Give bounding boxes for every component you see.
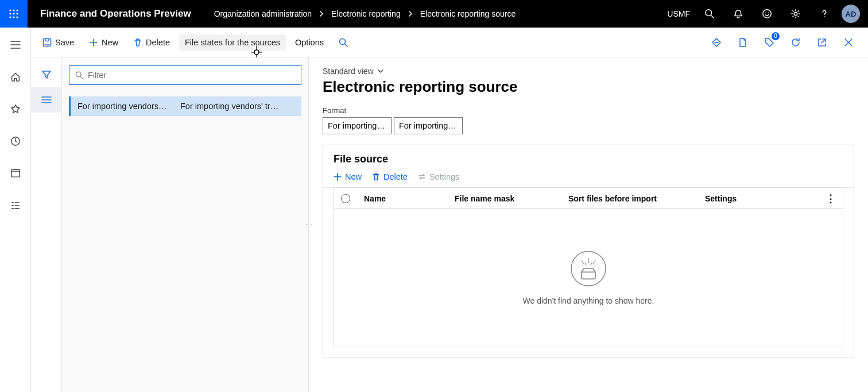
svg-point-16: [340, 38, 346, 44]
actionbar-right: 0: [708, 34, 862, 51]
favorites-button[interactable]: [4, 100, 27, 118]
card-delete-button[interactable]: Delete: [372, 172, 408, 181]
record-list: For importing vendors… For importing ven…: [69, 96, 301, 116]
card-title: File source: [323, 145, 854, 170]
file-source-grid: Name File name mask Sort files before im…: [334, 188, 843, 347]
col-settings[interactable]: Settings: [705, 194, 814, 203]
format-lookup-value[interactable]: For importing…: [323, 117, 392, 134]
app-launcher-button[interactable]: [0, 0, 28, 28]
smiley-icon: [762, 9, 772, 19]
plus-icon: [89, 38, 98, 47]
home-button[interactable]: [4, 68, 27, 86]
close-icon: [844, 38, 853, 47]
breadcrumb-item[interactable]: Electronic reporting: [331, 9, 401, 18]
search-icon: [339, 38, 348, 47]
page-title: Electronic reporting source: [323, 78, 854, 96]
file-states-button[interactable]: File states for the sources: [179, 34, 286, 51]
card-delete-label: Delete: [383, 172, 408, 181]
grid-empty-state: We didn't find anything to show here.: [334, 209, 843, 347]
breadcrumb-item[interactable]: Organization administration: [214, 9, 312, 18]
format-field-label: Format: [323, 106, 854, 115]
trash-icon: [133, 38, 142, 47]
help-button[interactable]: [813, 0, 836, 28]
modules-icon: [10, 200, 21, 211]
main-column: Save New Delete File states for the sour…: [31, 28, 868, 392]
document-icon: [738, 37, 747, 48]
delete-button[interactable]: Delete: [127, 34, 176, 51]
action-search-button[interactable]: [333, 34, 354, 51]
new-button[interactable]: New: [83, 34, 124, 51]
settings-button[interactable]: [784, 0, 807, 28]
search-icon: [75, 71, 83, 79]
svg-point-0: [9, 9, 11, 11]
col-sort[interactable]: Sort files before import: [568, 194, 695, 203]
plus-icon: [334, 173, 342, 181]
action-bar: Save New Delete File states for the sour…: [31, 28, 868, 57]
svg-rect-13: [11, 170, 19, 177]
delete-label: Delete: [146, 38, 170, 47]
popout-icon: [817, 38, 827, 47]
modules-button[interactable]: [4, 196, 27, 215]
notifications-button[interactable]: [727, 0, 750, 28]
empty-message: We didn't find anything to show here.: [523, 296, 654, 305]
col-name[interactable]: Name: [364, 194, 444, 203]
card-new-button[interactable]: New: [334, 172, 362, 181]
feedback-button[interactable]: [755, 0, 778, 28]
svg-point-9: [706, 10, 712, 16]
list-item[interactable]: For importing vendors… For importing ven…: [69, 96, 301, 116]
legal-entity[interactable]: USMF: [667, 9, 690, 18]
splitter-handle[interactable]: ⋮⋮: [307, 215, 311, 235]
options-button[interactable]: Options: [289, 34, 330, 51]
list-item-col1: For importing vendors…: [78, 102, 172, 111]
breadcrumb-item[interactable]: Electronic reporting source: [420, 9, 516, 18]
shell: Save New Delete File states for the sour…: [0, 28, 868, 392]
filter-input[interactable]: [88, 71, 295, 80]
svg-point-1: [13, 9, 14, 11]
grid-header-row: Name File name mask Sort files before im…: [334, 188, 843, 209]
star-icon: [10, 104, 21, 114]
file-source-card: File source New Delete Settings: [323, 145, 854, 358]
user-avatar[interactable]: AD: [842, 5, 860, 23]
help-icon: [819, 9, 830, 19]
svg-point-6: [9, 16, 11, 18]
save-button[interactable]: Save: [37, 34, 80, 51]
view-selector[interactable]: Standard view: [323, 67, 854, 76]
svg-point-5: [16, 13, 18, 14]
col-file-name-mask[interactable]: File name mask: [455, 194, 558, 203]
recent-button[interactable]: [4, 132, 27, 150]
format-lookup-value-secondary[interactable]: For importing…: [394, 117, 463, 134]
menu-icon: [10, 41, 21, 49]
svg-point-8: [16, 16, 18, 18]
options-label: Options: [295, 38, 324, 47]
filter-pane-button[interactable]: [31, 62, 61, 87]
svg-point-10: [763, 10, 771, 18]
svg-point-3: [9, 13, 11, 14]
chevron-right-icon: [408, 11, 413, 17]
diamond-button[interactable]: [708, 34, 724, 51]
body: For importing vendors… For importing ven…: [31, 57, 868, 392]
list-icon: [41, 96, 52, 104]
filter-box[interactable]: [69, 65, 301, 85]
funnel-icon: [41, 69, 52, 80]
chevron-down-icon: [377, 68, 384, 75]
bell-icon: [733, 9, 743, 19]
refresh-button[interactable]: [788, 34, 804, 51]
topbar-right: USMF AD: [667, 0, 868, 28]
list-view-button[interactable]: [31, 87, 61, 112]
popout-button[interactable]: [814, 34, 830, 51]
card-settings-button[interactable]: Settings: [418, 172, 459, 181]
file-states-label: File states for the sources: [185, 38, 280, 47]
attachments-button[interactable]: [735, 34, 751, 51]
swap-icon: [418, 173, 426, 181]
notification-badge: 0: [772, 32, 780, 40]
close-button[interactable]: [840, 34, 857, 51]
search-icon: [704, 9, 715, 19]
messages-button[interactable]: 0: [761, 34, 777, 51]
home-icon: [10, 72, 21, 82]
select-all-checkbox[interactable]: [341, 194, 354, 203]
search-button[interactable]: [698, 0, 721, 28]
workspaces-button[interactable]: [4, 164, 27, 183]
svg-point-17: [76, 72, 81, 77]
hamburger-button[interactable]: [4, 36, 27, 54]
save-icon: [42, 38, 52, 47]
